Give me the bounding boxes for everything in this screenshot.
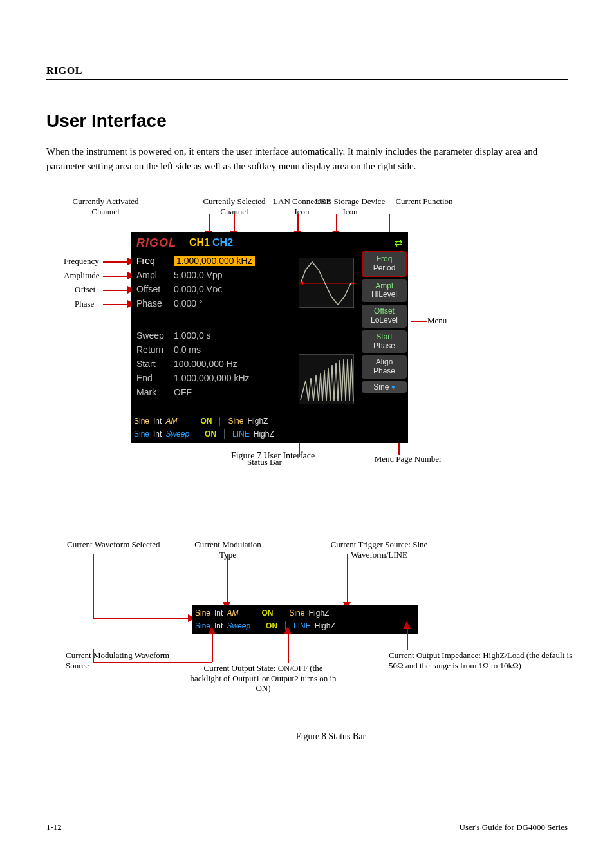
softkey-wave-type[interactable]: Sine ▾	[362, 381, 407, 393]
page-number: 1-12	[46, 822, 62, 833]
softkey-ampl-hilvl[interactable]: Ampl HiLevel	[362, 279, 407, 303]
callout-output-imp: Current Output Impedance: HighZ/Load (th…	[389, 650, 575, 670]
arrow-line	[407, 628, 408, 650]
separator	[224, 429, 225, 439]
ch1-tab[interactable]: CH1	[189, 237, 210, 248]
arrow-up-icon	[284, 627, 292, 634]
softkey-line: Align	[363, 358, 405, 367]
title-heading: User Interface	[46, 111, 568, 131]
param-row-offset[interactable]: Offset 0.000,0 Vᴅᴄ	[136, 282, 294, 296]
softkey-line: Phase	[363, 342, 405, 351]
callout-wave-sel: Current Waveform Selected	[67, 540, 170, 550]
callout-phase: Phase	[75, 299, 94, 309]
device-screen: RIGOL CH1CH2 ⇄ Freq 1.000,000,000 kHz Am…	[131, 232, 408, 443]
softkey-freq-period[interactable]: Freq Period	[362, 251, 407, 277]
arrow-line	[227, 554, 228, 603]
callout-mod-src: Current Modulating Waveform Source	[66, 650, 175, 670]
callout-offs: Offset	[75, 285, 95, 295]
param-row-freq[interactable]: Freq 1.000,000,000 kHz	[136, 254, 294, 268]
sb-mod: Sweep	[227, 621, 250, 630]
figure-2-caption: Figure 8 Status Bar	[106, 731, 556, 742]
sweep-row: Mark OFF	[136, 385, 294, 399]
param-label: Offset	[136, 284, 174, 294]
separator	[219, 417, 220, 426]
softkey-line: LoLevel	[363, 316, 405, 325]
param-label: Sweep	[136, 330, 174, 341]
param-label: Phase	[136, 298, 174, 308]
param-value: 0.000,0 Vᴅᴄ	[174, 284, 223, 294]
sweep-row: Start 100.000,000 Hz	[136, 357, 294, 371]
sb-src: Int	[153, 417, 162, 426]
softkey-line: Phase	[363, 367, 405, 376]
sb-imp: HighZ	[308, 609, 329, 618]
param-value: 1.000,000,000 kHz	[174, 373, 250, 383]
sb-imp: HighZ	[247, 417, 268, 426]
callout-current-fn: Current Function	[395, 196, 453, 207]
sb-src: Int	[214, 621, 223, 630]
arrow-line	[209, 214, 210, 232]
sb-trigwave: LINE	[232, 429, 250, 439]
sb-imp: HighZ	[315, 621, 335, 630]
param-label: Return	[136, 344, 174, 355]
sb-imp: HighZ	[254, 429, 274, 439]
param-row-phase[interactable]: Phase 0.000 °	[136, 296, 294, 310]
sb-trigwave: Sine	[289, 609, 304, 618]
param-label: Freq	[136, 256, 174, 266]
status-bar-ch2: Sine Int Sweep ON LINE HighZ	[195, 619, 415, 632]
param-value: 1.000,000,000 kHz	[174, 256, 255, 266]
sb-trigwave: LINE	[293, 621, 311, 630]
waveform-preview-sweep	[299, 354, 354, 404]
param-value: 100.000,000 Hz	[174, 359, 237, 369]
callout-mod-type: Current Modulation Type	[186, 540, 270, 560]
softkey-column: Freq Period Ampl HiLevel Offset LoLevel …	[362, 251, 407, 393]
softkey-line: Ampl	[363, 282, 405, 291]
intro-paragraph: When the instrument is powered on, it en…	[46, 144, 568, 175]
sb-wave: Sine	[134, 429, 149, 439]
softkey-line: HiLevel	[363, 290, 405, 299]
param-label: Start	[136, 359, 174, 369]
callout-menu-page: Menu Page Number	[373, 454, 443, 464]
figure-1: Currently Activated Channel Currently Se…	[106, 232, 440, 461]
arrow-line	[103, 304, 129, 305]
brand-text: RIGOL	[46, 65, 82, 76]
ch2-tab[interactable]: CH2	[212, 237, 233, 248]
softkey-line: Start	[363, 333, 405, 342]
screen-brand: RIGOL	[136, 236, 176, 250]
param-table: Freq 1.000,000,000 kHz Ampl 5.000,0 Vpp …	[136, 254, 294, 310]
param-value: 0.0 ms	[174, 344, 201, 355]
arrow-line	[347, 554, 348, 603]
status-bar-ch1: Sine Int AM ON Sine HighZ	[134, 415, 405, 428]
arrow-line	[297, 214, 299, 232]
param-label: Mark	[136, 387, 174, 397]
softkey-line: Offset	[363, 307, 405, 316]
separator	[281, 609, 281, 618]
softkey-offset-lolvl[interactable]: Offset LoLevel	[362, 305, 407, 328]
sb-on: ON	[205, 429, 216, 439]
softkey-align-phase[interactable]: Align Phase	[362, 355, 407, 379]
softkey-start-phase[interactable]: Start Phase	[362, 330, 407, 354]
sb-on: ON	[200, 417, 212, 426]
param-value: 5.000,0 Vpp	[174, 270, 223, 280]
sb-src: Int	[153, 429, 162, 439]
arrow-up-icon	[403, 621, 411, 629]
arrow-line	[93, 554, 94, 618]
page-footer: 1-12 User's Guide for DG4000 Series	[46, 818, 568, 833]
callout-trig-src: Current Trigger Source: Sine Waveform/LI…	[318, 540, 440, 560]
param-label: Ampl	[136, 270, 174, 280]
arrow-line	[103, 261, 129, 263]
status-bar-ch1: Sine Int AM ON Sine HighZ	[195, 607, 415, 619]
arrow-line	[93, 649, 94, 662]
dropdown-arrow-icon: ▾	[391, 382, 395, 392]
callout-menu: Menu	[427, 316, 447, 326]
arrow-line	[411, 321, 427, 322]
arrow-line	[234, 214, 235, 232]
section-title: User Interface	[46, 111, 568, 131]
sweep-row: Return 0.0 ms	[136, 343, 294, 357]
callout-ch-active: Currently Activated Channel	[67, 196, 144, 216]
arrow-line	[103, 276, 129, 277]
arrow-up-icon	[208, 627, 216, 634]
param-row-ampl[interactable]: Ampl 5.000,0 Vpp	[136, 268, 294, 282]
softkey-line: Period	[364, 264, 404, 273]
softkey-label: Sine	[373, 382, 389, 392]
sweep-row: End 1.000,000,000 kHz	[136, 371, 294, 385]
